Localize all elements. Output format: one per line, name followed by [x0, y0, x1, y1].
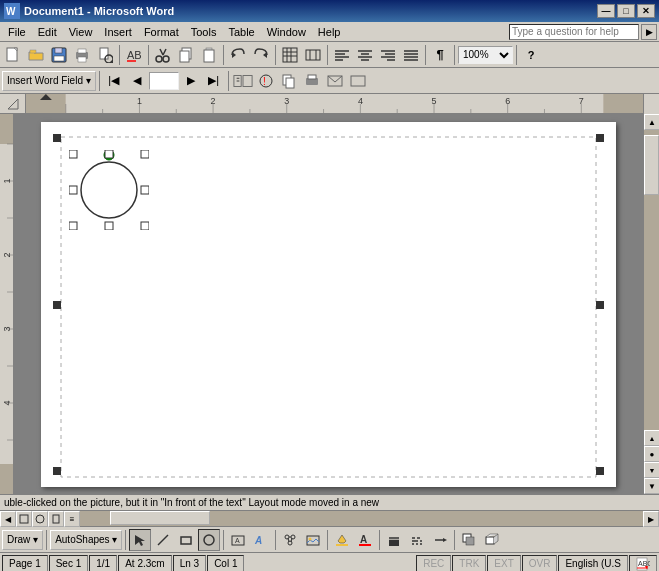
- line-tool-button[interactable]: [152, 529, 174, 551]
- help-search-button[interactable]: ▶: [641, 24, 657, 40]
- next-page-button[interactable]: ▼: [644, 462, 659, 478]
- last-record-button[interactable]: ▶|: [203, 70, 225, 92]
- select-browse-button[interactable]: ●: [644, 446, 659, 462]
- spell-button[interactable]: ABC: [123, 44, 145, 66]
- arrow-style-button[interactable]: [429, 529, 451, 551]
- wordart-button[interactable]: A: [250, 529, 272, 551]
- mail-merge-toolbar: Insert Word Field ▾ |◀ ◀ ▶ ▶| !: [0, 68, 659, 94]
- prev-page-button[interactable]: ▲: [644, 430, 659, 446]
- menu-table[interactable]: Table: [222, 25, 260, 39]
- align-center-button[interactable]: [354, 44, 376, 66]
- menu-insert[interactable]: Insert: [98, 25, 138, 39]
- svg-rect-8: [78, 49, 86, 53]
- text-box-button[interactable]: A: [227, 529, 249, 551]
- maximize-button[interactable]: □: [617, 4, 635, 18]
- record-number-input[interactable]: [149, 72, 179, 90]
- align-left-button[interactable]: [331, 44, 353, 66]
- at-position-status: At 2.3cm: [118, 555, 171, 572]
- horizontal-scroll-area: ◀ ≡ ▶: [0, 510, 659, 526]
- columns-button[interactable]: [302, 44, 324, 66]
- rect-tool-button[interactable]: [175, 529, 197, 551]
- line-style-button[interactable]: [383, 529, 405, 551]
- menu-format[interactable]: Format: [138, 25, 185, 39]
- merge-to-printer-button[interactable]: [301, 70, 323, 92]
- preview-button[interactable]: [94, 44, 116, 66]
- scroll-right-button[interactable]: ▶: [643, 511, 659, 527]
- save-button[interactable]: [48, 44, 70, 66]
- menu-tools[interactable]: Tools: [185, 25, 223, 39]
- print-button[interactable]: [71, 44, 93, 66]
- horizontal-ruler[interactable]: 1 2 3 4 5 6 7: [26, 94, 643, 114]
- toolbar-sep-6: [425, 45, 426, 65]
- outline-view-button[interactable]: ≡: [64, 511, 80, 527]
- scroll-thumb-h[interactable]: [110, 511, 210, 525]
- next-record-button[interactable]: ▶: [180, 70, 202, 92]
- menu-file[interactable]: File: [2, 25, 32, 39]
- merge-button[interactable]: [232, 70, 254, 92]
- redo-button[interactable]: [250, 44, 272, 66]
- oval-tool-button[interactable]: [198, 529, 220, 551]
- new-button[interactable]: [2, 44, 24, 66]
- justify-button[interactable]: [400, 44, 422, 66]
- minimize-button[interactable]: —: [597, 4, 615, 18]
- fill-color-button[interactable]: [331, 529, 353, 551]
- svg-rect-3: [30, 50, 36, 53]
- cut-button[interactable]: [152, 44, 174, 66]
- autoshapes-button[interactable]: AutoShapes ▾: [50, 530, 122, 550]
- svg-rect-142: [466, 537, 474, 545]
- font-color-button[interactable]: A: [354, 529, 376, 551]
- print-view-button[interactable]: [48, 511, 64, 527]
- merge-to-new-button[interactable]: [278, 70, 300, 92]
- close-button[interactable]: ✕: [637, 4, 655, 18]
- svg-rect-20: [204, 50, 214, 62]
- svg-rect-143: [486, 537, 494, 544]
- svg-text:1: 1: [137, 96, 142, 106]
- web-view-button[interactable]: [32, 511, 48, 527]
- help-button[interactable]: ?: [520, 44, 542, 66]
- spelling-icon[interactable]: ABC: [629, 555, 657, 572]
- menu-edit[interactable]: Edit: [32, 25, 63, 39]
- draw-menu-button[interactable]: Draw ▾: [2, 530, 43, 550]
- diagram-button[interactable]: [279, 529, 301, 551]
- insert-word-field-button[interactable]: Insert Word Field ▾: [2, 71, 96, 91]
- scroll-track-h[interactable]: [80, 511, 643, 526]
- shape-with-handles[interactable]: [69, 150, 149, 232]
- merge-to-email-button[interactable]: [324, 70, 346, 92]
- copy-button[interactable]: [175, 44, 197, 66]
- zoom-select[interactable]: 100% 75% 150%: [458, 46, 513, 64]
- select-tool-button[interactable]: [129, 529, 151, 551]
- menu-window[interactable]: Window: [261, 25, 312, 39]
- prev-record-button[interactable]: ◀: [126, 70, 148, 92]
- scroll-track-v[interactable]: [644, 130, 659, 430]
- svg-rect-106: [69, 186, 77, 194]
- dash-style-button[interactable]: [406, 529, 428, 551]
- paragraph-marks-button[interactable]: ¶: [429, 44, 451, 66]
- undo-button[interactable]: [227, 44, 249, 66]
- first-record-button[interactable]: |◀: [103, 70, 125, 92]
- menu-view[interactable]: View: [63, 25, 99, 39]
- vertical-ruler[interactable]: 1 2 3 4: [0, 114, 14, 494]
- svg-text:A: A: [235, 537, 240, 544]
- merge-to-fax-button[interactable]: [347, 70, 369, 92]
- normal-view-button[interactable]: [16, 511, 32, 527]
- scroll-left-button[interactable]: ◀: [0, 511, 16, 527]
- circle-shape-svg: [69, 150, 149, 230]
- table-button[interactable]: [279, 44, 301, 66]
- 3d-button[interactable]: [481, 529, 503, 551]
- scroll-down-button[interactable]: ▼: [644, 478, 659, 494]
- scroll-up-button[interactable]: ▲: [644, 114, 659, 130]
- menu-help[interactable]: Help: [312, 25, 347, 39]
- marker-ml: [53, 301, 61, 309]
- shadow-button[interactable]: [458, 529, 480, 551]
- clipart-button[interactable]: [302, 529, 324, 551]
- scroll-thumb-v[interactable]: [644, 135, 659, 195]
- paste-button[interactable]: [198, 44, 220, 66]
- toolbar2-sep-1: [99, 71, 100, 91]
- document-area[interactable]: [14, 114, 643, 494]
- help-search-input[interactable]: [509, 24, 639, 40]
- svg-rect-109: [105, 222, 113, 230]
- align-right-button[interactable]: [377, 44, 399, 66]
- ruler-corner[interactable]: [0, 94, 26, 114]
- open-button[interactable]: [25, 44, 47, 66]
- check-errors-button[interactable]: !: [255, 70, 277, 92]
